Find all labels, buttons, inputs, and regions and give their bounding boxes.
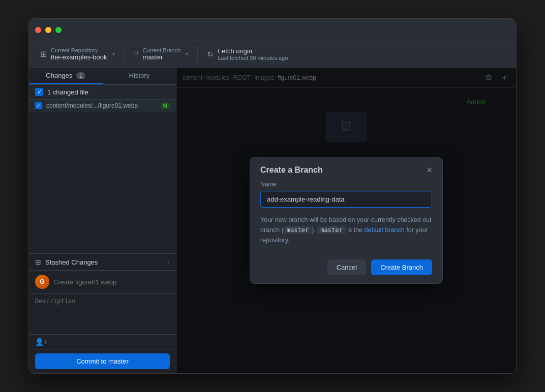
file-name: content/modules/.../figure01.webp xyxy=(46,102,157,109)
changed-files-label: 1 changed file xyxy=(47,88,88,96)
modal-close-button[interactable]: × xyxy=(427,166,432,175)
avatar: G xyxy=(35,275,49,289)
default-branch-link[interactable]: default branch xyxy=(365,226,405,234)
stashed-changes-label: Stashed Changes xyxy=(45,258,164,266)
sidebar-bottom: ⊞ Stashed Changes › G 👤+ Commit to maste… xyxy=(29,253,176,373)
changes-badge: 1 xyxy=(76,72,85,79)
file-checkbox[interactable]: ✓ xyxy=(35,102,42,109)
branch-code-2: master xyxy=(317,226,345,234)
repo-label-group: Current Repository the-examples-book xyxy=(51,47,107,61)
file-status-badge: M xyxy=(161,103,170,109)
branch-sublabel: Current Branch xyxy=(143,47,181,53)
description-area xyxy=(29,293,176,335)
maximize-button[interactable] xyxy=(55,27,62,33)
app-window: ⊞ Current Repository the-examples-book ▾… xyxy=(28,18,517,374)
branch-chevron-icon: ▾ xyxy=(186,51,188,57)
toolbar-divider-2 xyxy=(197,47,198,61)
commit-button[interactable]: Commit to master xyxy=(35,353,170,369)
modal-title: Create a Branch xyxy=(260,166,323,175)
fetch-origin-button[interactable]: ↻ Fetch origin Last fetched 30 minutes a… xyxy=(200,44,295,64)
repo-sublabel: Current Repository xyxy=(51,47,107,53)
coauthor-icon: 👤+ xyxy=(35,338,48,346)
repo-selector[interactable]: ⊞ Current Repository the-examples-book ▾ xyxy=(33,44,122,64)
commit-summary-row: G xyxy=(29,271,176,293)
stashed-changes-section[interactable]: ⊞ Stashed Changes › xyxy=(29,254,176,271)
traffic-lights xyxy=(35,27,62,33)
fetch-title: Fetch origin xyxy=(218,47,288,55)
toolbar: ⊞ Current Repository the-examples-book ▾… xyxy=(29,41,516,68)
file-list-item[interactable]: ✓ content/modules/.../figure01.webp M xyxy=(29,100,176,112)
select-all-checkbox[interactable]: ✓ xyxy=(35,88,43,96)
branch-name-input[interactable] xyxy=(260,191,432,208)
modal-description: Your new branch will be based on your cu… xyxy=(260,215,432,245)
repo-icon: ⊞ xyxy=(40,49,47,59)
repo-name: the-examples-book xyxy=(51,53,107,61)
fetch-info: Fetch origin Last fetched 30 minutes ago xyxy=(218,47,288,61)
repo-chevron-icon: ▾ xyxy=(112,51,115,57)
cancel-button[interactable]: Cancel xyxy=(327,259,366,275)
content-panel: content / modules / ROOT / images / figu… xyxy=(176,68,516,373)
branch-icon: ⑂ xyxy=(134,50,139,59)
commit-summary-input[interactable] xyxy=(53,278,170,286)
create-branch-modal: Create a Branch × Name Your new branch w… xyxy=(250,157,443,284)
tab-history[interactable]: History xyxy=(103,68,176,84)
modal-header: Create a Branch × xyxy=(250,157,442,181)
branch-name: master xyxy=(143,53,181,61)
stash-icon: ⊞ xyxy=(35,258,41,266)
tab-changes[interactable]: Changes 1 xyxy=(29,68,103,84)
minimize-button[interactable] xyxy=(45,27,51,33)
branch-code-1: master xyxy=(284,226,312,234)
stash-chevron-icon: › xyxy=(168,258,170,266)
fetch-subtitle: Last fetched 30 minutes ago xyxy=(218,55,288,61)
close-button[interactable] xyxy=(35,27,41,33)
modal-footer: Cancel Create Branch xyxy=(250,253,442,283)
create-branch-button[interactable]: Create Branch xyxy=(371,259,432,275)
titlebar xyxy=(29,19,516,41)
toolbar-divider-1 xyxy=(124,47,125,61)
sidebar: Changes 1 History ✓ 1 changed file ✓ con… xyxy=(29,68,176,373)
modal-body: Name Your new branch will be based on yo… xyxy=(250,181,442,253)
fetch-icon: ↻ xyxy=(207,50,214,59)
main-content: Changes 1 History ✓ 1 changed file ✓ con… xyxy=(29,68,516,373)
branch-name-label: Name xyxy=(260,181,432,188)
description-input[interactable] xyxy=(35,298,170,328)
sidebar-tabs: Changes 1 History xyxy=(29,68,176,85)
branch-selector[interactable]: ⑂ Current Branch master ▾ xyxy=(127,44,196,64)
modal-overlay: Create a Branch × Name Your new branch w… xyxy=(176,68,516,373)
changed-files-header: ✓ 1 changed file xyxy=(29,85,176,100)
coauthor-row: 👤+ xyxy=(29,335,176,349)
branch-label-group: Current Branch master xyxy=(143,47,181,61)
